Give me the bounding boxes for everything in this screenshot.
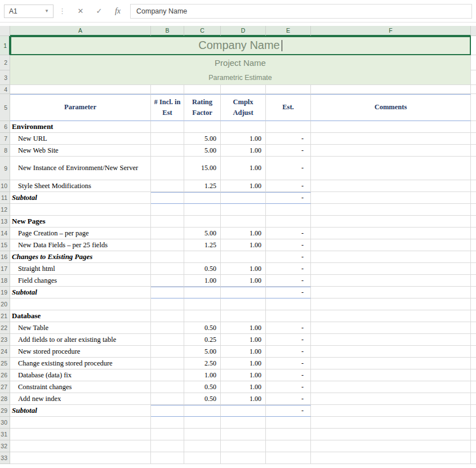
cell-A15[interactable]: New Data Fields – per 25 fields — [10, 239, 151, 251]
cell-E12[interactable] — [266, 204, 311, 216]
cell-A9[interactable]: New Instance of Environment/New Server — [10, 157, 151, 180]
cell-B6[interactable] — [151, 121, 184, 133]
row-header-12[interactable]: 12 — [0, 204, 10, 216]
cell-B10[interactable] — [151, 180, 184, 192]
cell-B14[interactable] — [151, 228, 184, 239]
cell-D10[interactable]: 1.00 — [221, 180, 266, 192]
row-header-28[interactable]: 28 — [0, 393, 10, 405]
cell-F4[interactable] — [311, 85, 471, 94]
cell-C10[interactable]: 1.25 — [184, 180, 221, 192]
cell-F12[interactable] — [311, 204, 471, 216]
cell-E29[interactable]: - — [266, 405, 311, 417]
cell-B26[interactable] — [151, 369, 184, 381]
cell-E30[interactable] — [266, 417, 311, 429]
cell-B24[interactable] — [151, 346, 184, 358]
cell-A28[interactable]: Add new index — [10, 393, 151, 405]
cell-A12[interactable] — [10, 204, 151, 216]
cell-D16[interactable] — [221, 251, 266, 263]
cell-D21[interactable] — [221, 310, 266, 322]
cell-E27[interactable]: - — [266, 381, 311, 393]
cell-E33[interactable] — [266, 452, 311, 464]
row-header-7[interactable]: 7 — [0, 133, 10, 145]
cell-D15[interactable]: 1.00 — [221, 239, 266, 251]
cell-F23[interactable] — [311, 334, 471, 346]
cell-F15[interactable] — [311, 239, 471, 251]
cell-A14[interactable]: Page Creation – per page — [10, 228, 151, 239]
row-header-2[interactable]: 2 — [0, 55, 10, 70]
cell-A20[interactable] — [10, 298, 151, 310]
cell-F18[interactable] — [311, 275, 471, 287]
cell-C32[interactable] — [184, 440, 221, 452]
cell-C33[interactable] — [184, 452, 221, 464]
header-cell-comments[interactable]: Comments — [311, 94, 471, 121]
cell-B12[interactable] — [151, 204, 184, 216]
cell-F29[interactable] — [311, 405, 471, 417]
cell-C22[interactable]: 0.50 — [184, 322, 221, 334]
cell-E9[interactable]: - — [266, 157, 311, 180]
cell-E19[interactable]: - — [266, 287, 311, 298]
cell-C13[interactable] — [184, 216, 221, 228]
cell-D33[interactable] — [221, 452, 266, 464]
cell-B11[interactable] — [151, 192, 184, 204]
cell-F7[interactable] — [311, 133, 471, 145]
row-header-8[interactable]: 8 — [0, 145, 10, 157]
cell-C29[interactable] — [184, 405, 221, 417]
row-header-19[interactable]: 19 — [0, 287, 10, 298]
row-header-10[interactable]: 10 — [0, 180, 10, 192]
cell-A4[interactable] — [10, 85, 151, 94]
cell-B31[interactable] — [151, 429, 184, 440]
cell-E22[interactable]: - — [266, 322, 311, 334]
cell-F11[interactable] — [311, 192, 471, 204]
row-header-4[interactable]: 4 — [0, 85, 10, 94]
row-header-13[interactable]: 13 — [0, 216, 10, 228]
cell-E7[interactable]: - — [266, 133, 311, 145]
cell-C8[interactable]: 5.00 — [184, 145, 221, 157]
cell-D17[interactable]: 1.00 — [221, 263, 266, 275]
parametric-estimate-cell[interactable]: Parametric Estimate — [10, 70, 471, 85]
row-header-29[interactable]: 29 — [0, 405, 10, 417]
cell-B25[interactable] — [151, 358, 184, 369]
row-header-33[interactable]: 33 — [0, 452, 10, 464]
cell-B29[interactable] — [151, 405, 184, 417]
cell-A25[interactable]: Change existing stored procedure — [10, 358, 151, 369]
cell-D9[interactable]: 1.00 — [221, 157, 266, 180]
cell-B33[interactable] — [151, 452, 184, 464]
cell-E13[interactable] — [266, 216, 311, 228]
cell-A17[interactable]: Straight html — [10, 263, 151, 275]
cell-E23[interactable]: - — [266, 334, 311, 346]
row-header-22[interactable]: 22 — [0, 322, 10, 334]
row-header-1[interactable]: 1 — [0, 36, 10, 55]
row-header-20[interactable]: 20 — [0, 298, 10, 310]
cell-E18[interactable]: - — [266, 275, 311, 287]
cell-F14[interactable] — [311, 228, 471, 239]
cell-F31[interactable] — [311, 429, 471, 440]
cell-A11[interactable]: Subtotal — [10, 192, 151, 204]
cell-F13[interactable] — [311, 216, 471, 228]
cell-B17[interactable] — [151, 263, 184, 275]
cell-E15[interactable]: - — [266, 239, 311, 251]
cell-D24[interactable]: 1.00 — [221, 346, 266, 358]
cell-D20[interactable] — [221, 298, 266, 310]
cell-E31[interactable] — [266, 429, 311, 440]
cell-D7[interactable]: 1.00 — [221, 133, 266, 145]
cancel-entry-button[interactable]: ✕ — [72, 5, 89, 18]
cell-B13[interactable] — [151, 216, 184, 228]
col-header-F[interactable]: F — [311, 26, 471, 36]
cell-F33[interactable] — [311, 452, 471, 464]
cell-A32[interactable] — [10, 440, 151, 452]
cell-A13[interactable]: New Pages — [10, 216, 151, 228]
cell-C6[interactable] — [184, 121, 221, 133]
cell-F17[interactable] — [311, 263, 471, 275]
cell-F20[interactable] — [311, 298, 471, 310]
cell-D22[interactable]: 1.00 — [221, 322, 266, 334]
cell-B28[interactable] — [151, 393, 184, 405]
cell-D27[interactable]: 1.00 — [221, 381, 266, 393]
cell-D28[interactable]: 1.00 — [221, 393, 266, 405]
cell-A8[interactable]: New Web Site — [10, 145, 151, 157]
cell-C11[interactable] — [184, 192, 221, 204]
cell-F9[interactable] — [311, 157, 471, 180]
cell-E28[interactable]: - — [266, 393, 311, 405]
cell-F24[interactable] — [311, 346, 471, 358]
cell-B9[interactable] — [151, 157, 184, 180]
cell-C28[interactable]: 0.50 — [184, 393, 221, 405]
